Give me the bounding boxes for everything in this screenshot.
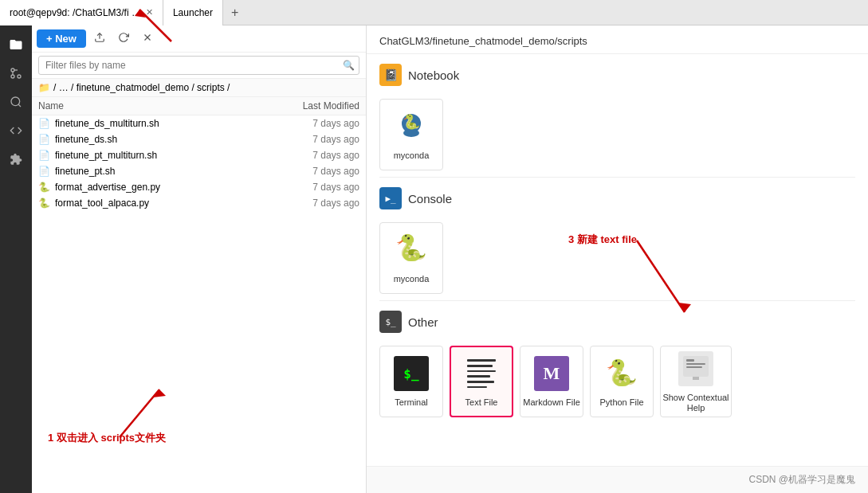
svg-point-1 [18, 75, 21, 78]
card-markdown[interactable]: M Markdown File [520, 346, 583, 417]
card-textfile-label: Text File [465, 397, 498, 408]
card-textfile[interactable]: Text File [450, 346, 513, 417]
col-modified-header: Last Modified [272, 100, 359, 112]
file-modified-3: 7 days ago [272, 166, 359, 177]
other-section-icon: $_ [379, 311, 402, 333]
file-name-1: finetune_ds.sh [55, 134, 272, 145]
svg-point-5 [11, 97, 20, 106]
card-textfile-icon [462, 354, 501, 393]
file-icon-5: 🐍 [38, 198, 50, 209]
file-list-header: Name Last Modified [32, 97, 366, 115]
col-name-header[interactable]: Name [38, 100, 272, 112]
upload-button[interactable] [89, 29, 110, 49]
launcher-content: 📓 Notebook 🐍 myconda [367, 54, 868, 493]
content-path: ChatGLM3/finetune_chatmodel_demo/scripts [367, 25, 868, 54]
other-cards: $_ Terminal [379, 339, 855, 424]
sidebar-icon-git[interactable] [3, 61, 29, 86]
notebook-section-label: Notebook [408, 68, 459, 82]
section-other: $_ Other [379, 301, 855, 339]
watermark: CSDN @机器学习是魔鬼 [367, 466, 868, 493]
tab-launcher[interactable]: Launcher [163, 0, 223, 25]
icon-sidebar [0, 25, 32, 493]
card-pythonfile-label: Python File [599, 397, 643, 408]
card-markdown-label: Markdown File [523, 397, 580, 408]
svg-text:🐍: 🐍 [395, 233, 427, 263]
notebook-cards: 🐍 myconda [379, 92, 855, 177]
file-name-0: finetune_ds_multiturn.sh [55, 118, 272, 129]
file-modified-1: 7 days ago [272, 134, 359, 145]
section-notebook: 📓 Notebook [379, 54, 855, 92]
file-row-3[interactable]: 📄 finetune_pt.sh 7 days ago [32, 163, 366, 179]
card-pythonfile-icon: 🐍 [603, 354, 641, 393]
sidebar-icon-folder[interactable] [3, 32, 29, 57]
card-terminal-icon: $_ [392, 354, 430, 393]
file-name-4: format_advertise_gen.py [55, 182, 272, 193]
card-help-label: Show Contextual Help [661, 393, 731, 413]
clear-button[interactable] [137, 29, 158, 49]
svg-text:🐍: 🐍 [606, 358, 638, 388]
file-name-3: finetune_pt.sh [55, 166, 272, 177]
file-modified-5: 7 days ago [272, 198, 359, 209]
svg-point-0 [11, 68, 14, 72]
sidebar-icon-extensions[interactable] [3, 147, 29, 172]
file-icon-1: 📄 [38, 134, 50, 145]
breadcrumb-bar: 📁 / … / finetune_chatmodel_demo / script… [32, 79, 366, 97]
file-modified-2: 7 days ago [272, 150, 359, 161]
tab-chatglm[interactable]: root@qepv9d: /ChatGLM3/fi … ✕ [0, 0, 163, 25]
content-area: ChatGLM3/finetune_chatmodel_demo/scripts… [367, 25, 868, 493]
sidebar-icon-search[interactable] [3, 89, 29, 115]
file-icon-3: 📄 [38, 166, 50, 177]
svg-rect-18 [686, 359, 694, 362]
file-name-5: format_tool_alpaca.py [55, 198, 272, 209]
svg-point-13 [403, 129, 419, 137]
file-row-0[interactable]: 📄 finetune_ds_multiturn.sh 7 days ago [32, 115, 366, 131]
refresh-button[interactable] [113, 29, 134, 49]
console-section-icon: ▶_ [379, 187, 402, 209]
other-section-label: Other [408, 315, 438, 329]
file-toolbar: + New [32, 25, 366, 53]
file-list: 📄 finetune_ds_multiturn.sh 7 days ago 📄 … [32, 115, 366, 493]
file-row-4[interactable]: 🐍 format_advertise_gen.py 7 days ago [32, 179, 366, 195]
new-button[interactable]: + New [37, 29, 86, 48]
filter-search-icon: 🔍 [343, 60, 355, 71]
tab-add-button[interactable]: + [223, 6, 246, 20]
tab-chatglm-label: root@qepv9d: /ChatGLM3/fi … [10, 7, 141, 18]
card-help[interactable]: Show Contextual Help [660, 346, 732, 417]
filter-bar: 🔍 [32, 53, 366, 79]
console-cards: 🐍 myconda [379, 216, 855, 300]
file-icon-4: 🐍 [38, 182, 50, 193]
card-myconda-console-label: myconda [394, 274, 430, 284]
svg-line-6 [18, 104, 21, 107]
console-section-label: Console [408, 192, 452, 205]
card-myconda-nb-label: myconda [394, 151, 430, 161]
breadcrumb-folder-icon: 📁 [38, 82, 50, 93]
file-row-1[interactable]: 📄 finetune_ds.sh 7 days ago [32, 131, 366, 147]
notebook-section-icon: 📓 [379, 64, 402, 86]
file-modified-0: 7 days ago [272, 118, 359, 129]
file-modified-4: 7 days ago [272, 182, 359, 193]
card-myconda-console[interactable]: 🐍 myconda [379, 222, 443, 294]
svg-text:🐍: 🐍 [403, 113, 421, 131]
card-terminal-label: Terminal [395, 397, 428, 408]
file-row-2[interactable]: 📄 finetune_pt_multiturn.sh 7 days ago [32, 147, 366, 163]
tab-bar: root@qepv9d: /ChatGLM3/fi … ✕ Launcher + [0, 0, 868, 25]
file-icon-2: 📄 [38, 150, 50, 161]
card-help-icon [677, 350, 715, 388]
card-pythonfile[interactable]: 🐍 Python File [590, 346, 654, 417]
svg-rect-21 [693, 377, 699, 380]
svg-rect-20 [686, 366, 702, 368]
card-myconda-nb-icon: 🐍 [392, 108, 430, 146]
card-terminal[interactable]: $_ Terminal [379, 346, 443, 417]
svg-point-2 [11, 75, 14, 78]
file-icon-0: 📄 [38, 118, 50, 129]
card-markdown-icon: M [532, 354, 571, 393]
sidebar-icon-code[interactable] [3, 118, 29, 143]
file-name-2: finetune_pt_multiturn.sh [55, 150, 272, 161]
card-myconda-console-icon: 🐍 [392, 231, 430, 269]
breadcrumb-path: / … / finetune_chatmodel_demo / scripts … [53, 82, 230, 93]
file-panel: + New 🔍 📁 / [32, 25, 367, 493]
filter-input[interactable] [38, 56, 359, 75]
card-myconda-nb[interactable]: 🐍 myconda [379, 99, 443, 170]
tab-close-chatglm[interactable]: ✕ [146, 7, 153, 18]
file-row-5[interactable]: 🐍 format_tool_alpaca.py 7 days ago [32, 195, 366, 211]
